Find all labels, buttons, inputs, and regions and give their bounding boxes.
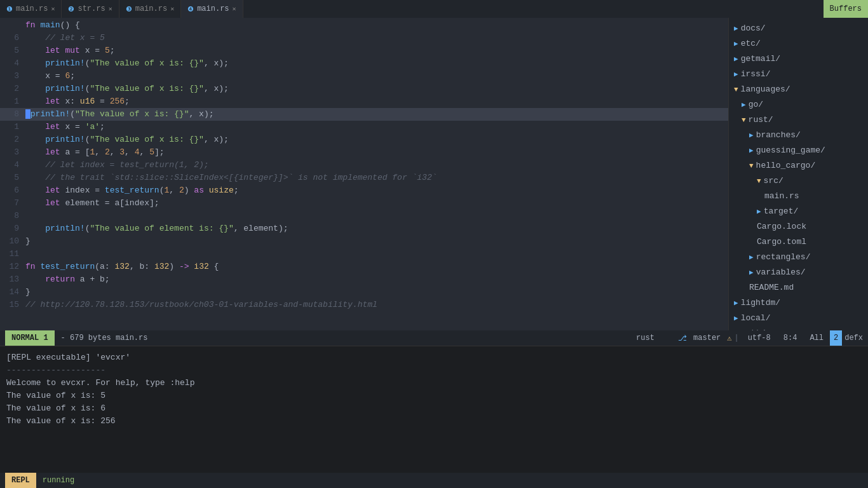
repl-line-4: The value of x is: 256 [6,415,862,428]
code-line-7b: 7 let element = a[index]; [0,197,728,210]
tree-label-cargo-toml: Cargo.toml [757,236,806,248]
tree-main-rs[interactable]: main.rs [729,189,868,204]
tree-go[interactable]: ▶ go/ [729,97,868,112]
repl-state: running [43,476,74,485]
tab-1[interactable]: ❶ main.rs ✕ [0,0,62,18]
tree-arrow-languages: ▼ [734,83,738,96]
tab-3-close[interactable]: ✕ [170,5,174,13]
code-line-11: 11 [0,248,728,261]
tree-arrow-docs: ▶ [734,22,738,35]
code-line-10: 10 } [0,235,728,248]
code-line-8-cursor: 8 println!("The value of x is: {}", x); [0,108,728,121]
code-line-15: 15 // http://120.78.128.153/rustbook/ch0… [0,299,728,311]
tree-etc[interactable]: ▶ etc/ [729,36,868,51]
tree-label-guessing-game: guessing_game/ [756,144,825,157]
tree-arrow-getmail: ▶ [734,53,738,65]
status-right: ⚠ | utf-8 8:4 All 2 defx [727,330,863,346]
main-area: fn main() { 6 // let x = 5 5 let mut x =… [0,18,868,330]
tree-label-cargo-lock: Cargo.lock [757,220,806,233]
tree-arrow-hello-cargo: ▼ [749,159,754,172]
tree-label-docs: docs/ [741,22,766,35]
repl-executable-line: [REPL executable] 'evcxr' [6,351,862,364]
code-line-2a: 2 println!("The value of x is: {}", x); [0,83,728,95]
repl-area[interactable]: [REPL executable] 'evcxr' --------------… [0,346,868,473]
tab-4-label: main.rs [197,4,229,13]
code-line-2b: 2 println!("The value of x is: {}", x); [0,133,728,146]
status-branch: master [693,334,721,342]
tree-mutt[interactable]: ▶ mutt/ [729,326,868,330]
tree-label-languages: languages/ [741,83,790,96]
tree-lightdm[interactable]: ▶ lightdm/ [729,295,868,311]
tree-arrow-variables: ▶ [749,266,754,279]
tree-variables[interactable]: ▶ variables/ [729,265,868,280]
tree-languages[interactable]: ▼ languages/ [729,82,868,97]
code-line-5b: 5 // the trait `std::slice::SliceIndex<[… [0,172,728,184]
tab-1-label: main.rs [16,4,48,13]
code-line-1a: 1 let x: u16 = 256; [0,95,728,108]
editor[interactable]: fn main() { 6 // let x = 5 5 let mut x =… [0,18,728,330]
tree-rust[interactable]: ▼ rust/ [729,112,868,128]
tree-docs[interactable]: ▶ docs/ [729,21,868,36]
tab-2-close[interactable]: ✕ [109,5,112,13]
tree-arrow-branches: ▶ [749,129,754,142]
status-defx: defx [844,334,863,342]
tree-label-local: local/ [741,312,771,325]
code-lines: fn main() { 6 // let x = 5 5 let mut x =… [0,18,728,313]
status-scroll: All [810,334,824,342]
tree-arrow-lightdm: ▶ [734,297,738,309]
tree-label-src: src/ [764,175,783,187]
tab-3-label: main.rs [135,4,167,13]
tree-getmail[interactable]: ▶ getmail/ [729,51,868,67]
tree-arrow-irssi: ▶ [734,68,738,81]
tree-arrow-local: ▶ [734,312,738,325]
tree-src[interactable]: ▼ src/ [729,173,868,189]
status-num2: 2 [830,330,842,346]
status-info: - 679 bytes main.rs [61,334,630,342]
tab-3[interactable]: ❸ main.rs ✕ [119,0,181,18]
code-line-12: 12 fn test_return(a: i32, b: i32) -> i32… [0,261,728,273]
tree-arrow-rectangles: ▶ [749,251,754,264]
code-area[interactable]: fn main() { 6 // let x = 5 5 let mut x =… [0,18,728,330]
tree-arrow-target: ▶ [757,205,761,218]
tree-label-etc: etc/ [741,37,761,50]
tree-cargo-toml[interactable]: Cargo.toml [729,234,868,250]
code-line-4b: 4 // let index = test_return(1, 2); [0,159,728,172]
repl-line-2: The value of x is: 5 [6,390,862,402]
code-line-1b: 1 let x = 'a'; [0,121,728,133]
tree-label-go: go/ [749,98,763,111]
tab-2[interactable]: ❷ str.rs ✕ [62,0,119,18]
tree-arrow-go: ▶ [742,98,746,111]
tree-cargo-lock[interactable]: Cargo.lock [729,219,868,234]
code-line-fn-main: fn main() { [0,19,728,32]
tab-4-num: ❹ [187,5,194,13]
tree-target[interactable]: ▶ target/ [729,204,868,219]
tab-4[interactable]: ❹ main.rs ✕ [181,0,243,18]
tree-irssi[interactable]: ▶ irssi/ [729,67,868,82]
status-encoding: utf-8 [748,334,771,342]
tab-1-close[interactable]: ✕ [51,5,55,13]
tab-1-num: ❶ [6,5,13,13]
repl-label: REPL [5,473,36,488]
tree-hello-cargo[interactable]: ▼ hello_cargo/ [729,158,868,173]
tab-2-num: ❷ [68,5,74,13]
code-line-13: 13 return a + b; [0,273,728,286]
status-mode: NORMAL 1 [5,330,55,346]
status-bar: NORMAL 1 - 679 bytes main.rs rust ⎇ mast… [0,330,868,346]
status-git-separator [667,334,672,342]
code-line-14: 14 } [0,286,728,299]
tree-label-branches: branches/ [756,129,801,142]
repl-line-1: Welcome to evcxr. For help, type :help [6,377,862,390]
buffers-label: Buffers [824,0,868,18]
tree-readme[interactable]: README.md [729,280,868,295]
tree-guessing-game[interactable]: ▶ guessing_game/ [729,143,868,158]
tree-arrow-src: ▼ [757,175,761,187]
tree-rectangles[interactable]: ▶ rectangles/ [729,250,868,265]
tab-4-close[interactable]: ✕ [233,5,236,13]
tree-arrow-rust: ▼ [742,114,746,126]
sidebar[interactable]: ▶ docs/ ▶ etc/ ▶ getmail/ ▶ irssi/ ▼ lan… [728,18,868,330]
code-line-4a: 4 println!("The value of x is: {}", x); [0,57,728,70]
repl-status-bar: REPL running [0,473,868,488]
tree-arrow-etc: ▶ [734,37,738,50]
tree-local[interactable]: ▶ local/ [729,311,868,326]
tree-branches[interactable]: ▶ branches/ [729,128,868,143]
